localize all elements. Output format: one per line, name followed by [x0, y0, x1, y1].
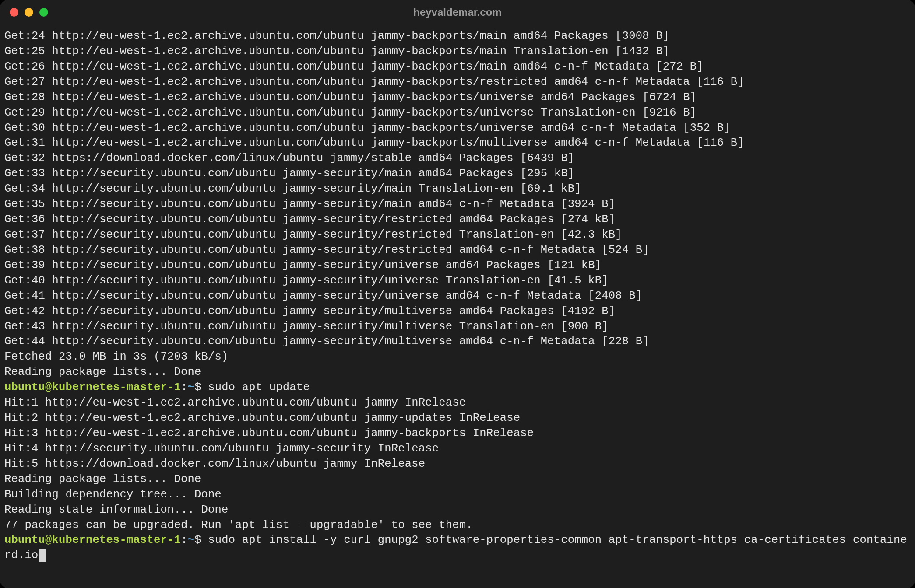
terminal-prompt-line: ubuntu@kubernetes-master-1:~$ sudo apt i… [4, 533, 911, 564]
terminal-output-line: Reading package lists... Done [4, 472, 911, 487]
prompt-user: ubuntu [4, 534, 45, 546]
traffic-lights [10, 8, 48, 17]
terminal-output-line: Get:36 http://security.ubuntu.com/ubuntu… [4, 212, 911, 228]
terminal-output-line: Get:28 http://eu-west-1.ec2.archive.ubun… [4, 90, 911, 105]
prompt-at: @ [45, 534, 52, 546]
terminal-output-line: Hit:2 http://eu-west-1.ec2.archive.ubunt… [4, 411, 911, 426]
terminal-output-line: Get:33 http://security.ubuntu.com/ubuntu… [4, 166, 911, 182]
terminal-output-line: Building dependency tree... Done [4, 487, 911, 503]
minimize-icon[interactable] [25, 8, 33, 17]
terminal-output-line: Get:40 http://security.ubuntu.com/ubuntu… [4, 273, 911, 289]
terminal-window: heyvaldemar.com Get:24 http://eu-west-1.… [0, 0, 915, 588]
terminal-output-line: Hit:3 http://eu-west-1.ec2.archive.ubunt… [4, 426, 911, 441]
terminal-output-line: Get:26 http://eu-west-1.ec2.archive.ubun… [4, 60, 911, 75]
terminal-output-line: Get:31 http://eu-west-1.ec2.archive.ubun… [4, 136, 911, 151]
terminal-output-line: 77 packages can be upgraded. Run 'apt li… [4, 518, 911, 533]
prompt-host: kubernetes-master-1 [52, 381, 181, 394]
terminal-output-line: Get:41 http://security.ubuntu.com/ubuntu… [4, 289, 911, 304]
terminal-output-line: Get:32 https://download.docker.com/linux… [4, 151, 911, 166]
terminal-output-line: Get:43 http://security.ubuntu.com/ubuntu… [4, 319, 911, 335]
terminal-output-line: Reading package lists... Done [4, 365, 911, 380]
terminal-output-line: Hit:5 https://download.docker.com/linux/… [4, 457, 911, 472]
terminal-output-line: Get:44 http://security.ubuntu.com/ubuntu… [4, 334, 911, 350]
terminal-output-line: Get:30 http://eu-west-1.ec2.archive.ubun… [4, 121, 911, 136]
terminal-output-line: Fetched 23.0 MB in 3s (7203 kB/s) [4, 350, 911, 365]
cursor-icon [39, 550, 46, 562]
terminal-output-line: Hit:4 http://security.ubuntu.com/ubuntu … [4, 441, 911, 457]
prompt-colon: : [181, 534, 188, 546]
prompt-colon: : [181, 381, 188, 394]
prompt-path: ~ [188, 381, 195, 394]
terminal-output-line: Get:25 http://eu-west-1.ec2.archive.ubun… [4, 44, 911, 60]
terminal-output-line: Get:34 http://security.ubuntu.com/ubuntu… [4, 182, 911, 197]
prompt-command[interactable]: sudo apt update [208, 381, 310, 394]
prompt-user: ubuntu [4, 381, 45, 394]
terminal-output-line: Get:24 http://eu-west-1.ec2.archive.ubun… [4, 29, 911, 44]
window-title: heyvaldemar.com [0, 6, 915, 18]
terminal-output-line: Get:38 http://security.ubuntu.com/ubuntu… [4, 243, 911, 258]
terminal-body[interactable]: Get:24 http://eu-west-1.ec2.archive.ubun… [0, 24, 915, 572]
terminal-output-line: Get:37 http://security.ubuntu.com/ubuntu… [4, 228, 911, 243]
terminal-output-line: Hit:1 http://eu-west-1.ec2.archive.ubunt… [4, 396, 911, 411]
terminal-output-line: Get:35 http://security.ubuntu.com/ubuntu… [4, 197, 911, 212]
terminal-prompt-line: ubuntu@kubernetes-master-1:~$ sudo apt u… [4, 380, 911, 396]
zoom-icon[interactable] [39, 8, 48, 17]
prompt-at: @ [45, 381, 52, 394]
prompt-sigil: $ [194, 534, 208, 546]
terminal-output-line: Get:39 http://security.ubuntu.com/ubuntu… [4, 258, 911, 273]
prompt-host: kubernetes-master-1 [52, 534, 181, 546]
prompt-path: ~ [188, 534, 195, 546]
terminal-output-line: Get:29 http://eu-west-1.ec2.archive.ubun… [4, 105, 911, 121]
terminal-output-line: Get:27 http://eu-west-1.ec2.archive.ubun… [4, 75, 911, 90]
titlebar: heyvaldemar.com [0, 0, 915, 24]
terminal-output-line: Get:42 http://security.ubuntu.com/ubuntu… [4, 304, 911, 319]
terminal-output-line: Reading state information... Done [4, 503, 911, 518]
close-icon[interactable] [10, 8, 18, 17]
prompt-sigil: $ [194, 381, 208, 394]
